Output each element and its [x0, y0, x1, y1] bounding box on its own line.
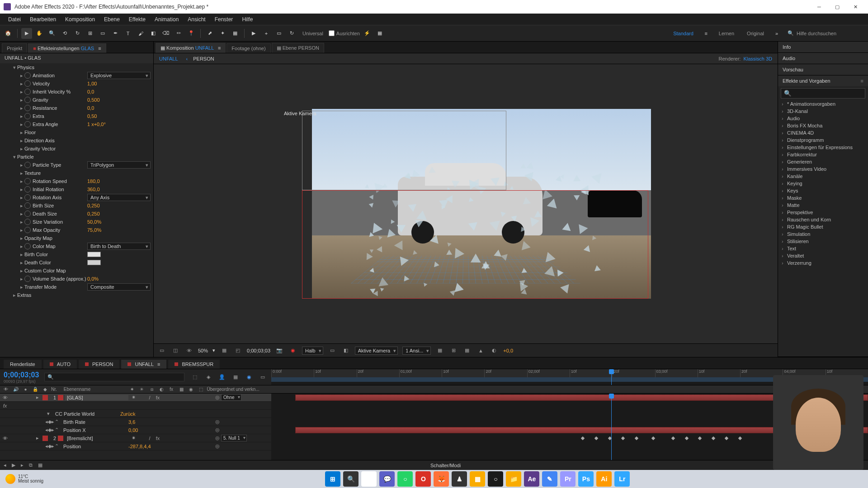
- stopwatch-icon[interactable]: [24, 121, 31, 127]
- weather-widget[interactable]: 11°C Meist sonnig: [5, 474, 43, 484]
- stopwatch-icon[interactable]: [24, 80, 31, 87]
- draft-3d-icon[interactable]: ◈: [203, 372, 213, 382]
- snapshot-icon[interactable]: 📷: [275, 346, 284, 355]
- stopwatch-icon[interactable]: [24, 162, 31, 168]
- taskbar-app[interactable]: ▦: [470, 471, 485, 487]
- pickwhip-icon[interactable]: ◎: [215, 435, 220, 441]
- panel-effects-presets[interactable]: Effekte und Vorgaben ≡: [778, 75, 868, 86]
- effect-category-einstellungen-f-r-expressions[interactable]: Einstellungen für Expressions: [781, 144, 865, 151]
- graph-editor-icon[interactable]: ▭: [258, 372, 268, 382]
- effect-category-rauschen-und-korn[interactable]: Rauschen und Korn: [781, 216, 865, 223]
- value-14[interactable]: 360,0: [87, 187, 151, 192]
- views-select[interactable]: 1 Ansi...: [402, 347, 431, 355]
- tab-ebene[interactable]: ▦ Ebene PERSON: [272, 43, 324, 53]
- workspace-menu-icon[interactable]: ≡: [701, 28, 712, 39]
- pickwhip-icon[interactable]: ◎: [215, 427, 220, 432]
- taskbar-app[interactable]: ▭: [361, 471, 377, 487]
- timeline-tab-auto[interactable]: AUTO: [43, 360, 77, 369]
- dropdown-0[interactable]: Explosive: [87, 72, 151, 79]
- layer-bounds-2[interactable]: [302, 111, 506, 190]
- prop-value[interactable]: 3,6: [128, 419, 135, 425]
- menu-hilfe[interactable]: Hilfe: [237, 16, 257, 23]
- value-2[interactable]: 0,0: [87, 89, 151, 94]
- effect-category-keying[interactable]: Keying: [781, 180, 865, 187]
- effect-category-generieren[interactable]: Generieren: [781, 158, 865, 165]
- taskbar-app[interactable]: 🦊: [434, 471, 449, 487]
- refresh-icon[interactable]: ↻: [286, 28, 297, 39]
- guides-icon[interactable]: ⊞: [449, 346, 458, 355]
- twirl-icon[interactable]: ▾: [12, 65, 17, 70]
- col-audio-icon[interactable]: 🔊: [12, 387, 20, 392]
- graph-icon[interactable]: ⌃: [53, 419, 60, 425]
- effect-category-boris-fx-mocha[interactable]: Boris FX Mocha: [781, 122, 865, 129]
- fast-preview-icon[interactable]: ▭: [328, 346, 337, 355]
- value-13[interactable]: 180,0: [87, 178, 151, 184]
- dropdown-15[interactable]: Any Axis: [87, 194, 151, 201]
- resolution-select[interactable]: Halb: [302, 347, 323, 355]
- axis-view-icon[interactable]: ▦: [230, 28, 241, 39]
- effect-category-veraltet[interactable]: Veraltet: [781, 252, 865, 259]
- twirl-icon[interactable]: ▾: [45, 411, 52, 417]
- layer-prop-row[interactable]: ◂◆▸⌃Position X0,00◎: [0, 426, 271, 434]
- keyframe-track-position[interactable]: [581, 436, 749, 441]
- axis-local-icon[interactable]: ⬈: [204, 28, 215, 39]
- section-physics[interactable]: Physics: [17, 65, 34, 70]
- workspace-more-icon[interactable]: »: [771, 28, 782, 39]
- effect-category-immersives-video[interactable]: Immersives Video: [781, 165, 865, 173]
- value-16[interactable]: 0,250: [87, 203, 151, 208]
- stopwatch-icon[interactable]: [24, 89, 31, 95]
- kf-nav-icon[interactable]: ◂◆▸: [45, 443, 52, 449]
- effect-category-3d-kanal[interactable]: 3D-Kanal: [781, 108, 865, 115]
- tab-effekteinstellungen[interactable]: ■ Effekteinstellungen GLAS ≡: [28, 43, 106, 53]
- effect-category-dienstprogramm[interactable]: Dienstprogramm: [781, 136, 865, 144]
- timeline-tab-unfall[interactable]: UNFALL ≡: [121, 360, 166, 369]
- ruler-tick[interactable]: 20f: [357, 369, 399, 377]
- exposure-reset-icon[interactable]: ◐: [490, 346, 499, 355]
- breadcrumb-person[interactable]: PERSON: [193, 56, 214, 61]
- snapping-icon[interactable]: ⚡: [362, 28, 373, 39]
- type-tool-icon[interactable]: T: [123, 28, 133, 39]
- stopwatch-icon[interactable]: [24, 186, 31, 192]
- selection-tool-icon[interactable]: ▶: [21, 28, 32, 39]
- taskbar-app[interactable]: ♟: [452, 471, 467, 487]
- twirl-icon[interactable]: ▸: [34, 435, 41, 441]
- ruler-tick[interactable]: 20f: [484, 369, 527, 377]
- exposure-value[interactable]: +0,0: [503, 348, 513, 353]
- 3d-view-icon[interactable]: ◧: [341, 346, 350, 355]
- taskbar-app[interactable]: 💬: [379, 471, 395, 487]
- col-label-icon[interactable]: ◆: [41, 387, 49, 392]
- stopwatch-icon[interactable]: [24, 178, 31, 184]
- shy-switch[interactable]: ✷: [130, 394, 137, 400]
- kf-nav-icon[interactable]: ◂◆▸: [45, 419, 52, 425]
- ruler-tick[interactable]: 10f: [570, 369, 612, 377]
- effect-category-keys[interactable]: Keys: [781, 187, 865, 194]
- workspace-lernen[interactable]: Lernen: [713, 31, 740, 36]
- timecode-display[interactable]: 0;00;03;03: [247, 348, 270, 353]
- stopwatch-icon[interactable]: [24, 97, 31, 103]
- axis-world-icon[interactable]: ✦: [217, 28, 228, 39]
- col-lock-icon[interactable]: 🔒: [31, 387, 39, 392]
- ruler-tick[interactable]: 03;00f: [655, 369, 698, 377]
- brush-tool-icon[interactable]: 🖌: [135, 28, 146, 39]
- ruler-tick[interactable]: 01;00f: [399, 369, 442, 377]
- always-preview-icon[interactable]: ▭: [157, 346, 166, 355]
- rotate-tool-icon[interactable]: ↻: [72, 28, 83, 39]
- dropdown-26[interactable]: Composite: [87, 283, 151, 291]
- zoom-tool-icon[interactable]: 🔍: [47, 28, 57, 39]
- effect-category-rg-magic-bullet[interactable]: RG Magic Bullet: [781, 223, 865, 230]
- shy-icon[interactable]: 👤: [217, 372, 227, 382]
- layer-prop-row[interactable]: ◂◆▸⌃Position-287,8,4,4◎: [0, 442, 271, 450]
- stopwatch-icon[interactable]: [24, 276, 31, 282]
- toggle-switches-icon[interactable]: ⧉: [29, 462, 33, 468]
- stopwatch-icon[interactable]: [24, 72, 31, 79]
- effect-category-text[interactable]: Text: [781, 245, 865, 252]
- layer-prop-row[interactable]: ▾CC Particle WorldZurück: [0, 410, 271, 418]
- snap-options-icon[interactable]: ▦: [374, 28, 385, 39]
- menu-fenster[interactable]: Fenster: [210, 16, 238, 23]
- channel-icon[interactable]: ◉: [288, 346, 297, 355]
- tl-play-icon[interactable]: ▶: [12, 462, 15, 468]
- resolution-icon[interactable]: ▦: [220, 346, 229, 355]
- pickwhip-icon[interactable]: ◎: [215, 419, 220, 424]
- ruler-tick[interactable]: 10f: [442, 369, 484, 377]
- value-25[interactable]: 0,0%: [87, 276, 151, 282]
